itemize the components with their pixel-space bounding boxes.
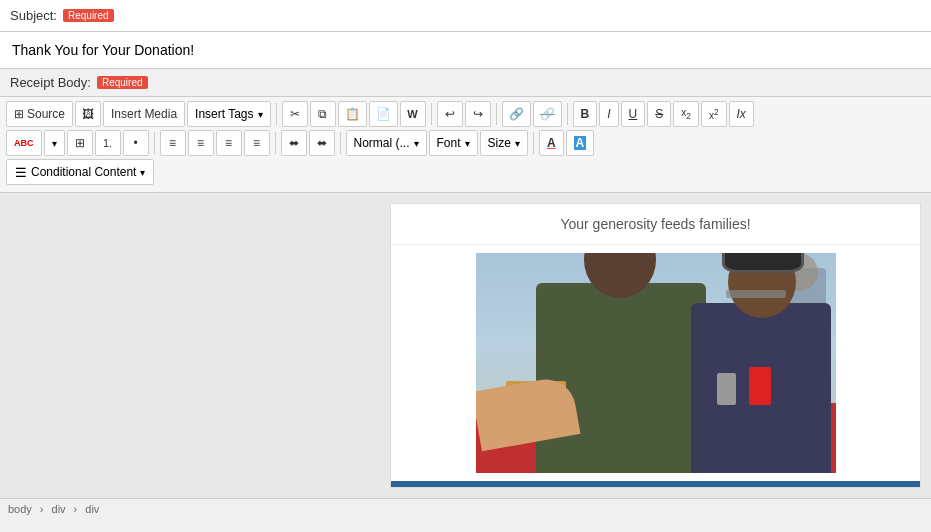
statusbar-separator-1: › bbox=[40, 503, 44, 515]
bg-color-label: A bbox=[574, 136, 587, 150]
left-panel bbox=[0, 193, 380, 498]
person1-body bbox=[536, 283, 706, 473]
toolbar-separator-5 bbox=[154, 132, 155, 154]
ul-icon: • bbox=[133, 136, 137, 150]
receipt-required-badge: Required bbox=[97, 76, 148, 89]
image-icon: 🖼 bbox=[82, 107, 94, 121]
link-button[interactable]: 🔗 bbox=[502, 101, 531, 127]
paste-word-icon: W bbox=[407, 108, 417, 120]
toolbar-separator-3 bbox=[496, 103, 497, 125]
toolbar-separator-2 bbox=[431, 103, 432, 125]
underline-button[interactable]: U bbox=[621, 101, 646, 127]
ordered-list-button[interactable]: 1. bbox=[95, 130, 121, 156]
cut-button[interactable]: ✂ bbox=[282, 101, 308, 127]
toolbar-separator-6 bbox=[275, 132, 276, 154]
toolbar-row-1: Source 🖼 Insert Media Insert Tags ✂ ⧉ 📋 … bbox=[6, 101, 925, 127]
bold-button[interactable]: B bbox=[573, 101, 598, 127]
bg-color-icon: A bbox=[574, 136, 587, 150]
editor-canvas[interactable]: Your generosity feeds families! bbox=[390, 203, 921, 488]
subject-label-row: Subject: Required bbox=[0, 0, 931, 32]
insert-tags-button[interactable]: Insert Tags bbox=[187, 101, 270, 127]
remove-format-button[interactable]: Ix bbox=[729, 101, 754, 127]
ltr-button[interactable]: ⬌ bbox=[281, 130, 307, 156]
superscript-label: x2 bbox=[709, 107, 719, 121]
cut-icon: ✂ bbox=[290, 107, 300, 121]
toolbar-area: Source 🖼 Insert Media Insert Tags ✂ ⧉ 📋 … bbox=[0, 97, 931, 193]
subject-input-row bbox=[0, 32, 931, 69]
strikethrough-button[interactable]: S bbox=[647, 101, 671, 127]
canvas-image bbox=[476, 253, 836, 473]
format-block-dropdown[interactable]: Normal (... bbox=[346, 130, 427, 156]
statusbar-path-body: body bbox=[8, 503, 32, 515]
subject-input[interactable] bbox=[10, 38, 921, 62]
paste-plain-button[interactable]: 📄 bbox=[369, 101, 398, 127]
align-left-icon: ≡ bbox=[169, 136, 176, 150]
align-center-button[interactable]: ≡ bbox=[188, 130, 214, 156]
italic-button[interactable]: I bbox=[599, 101, 618, 127]
toolbar-row-2: ABC ⊞ 1. • ≡ ≡ ≡ ≡ ⬌ ⬌ bbox=[6, 130, 925, 156]
align-center-icon: ≡ bbox=[197, 136, 204, 150]
font-color-button[interactable]: A bbox=[539, 130, 564, 156]
copy-icon: ⧉ bbox=[318, 107, 327, 121]
undo-button[interactable]: ↩ bbox=[437, 101, 463, 127]
align-right-button[interactable]: ≡ bbox=[216, 130, 242, 156]
align-right-icon: ≡ bbox=[225, 136, 232, 150]
canvas-image-area bbox=[391, 245, 920, 481]
source-button[interactable]: Source bbox=[6, 101, 73, 127]
remove-format-label: Ix bbox=[737, 107, 746, 121]
font-label: Font bbox=[437, 136, 461, 150]
toolbar-separator-7 bbox=[340, 132, 341, 154]
subscript-button[interactable]: x2 bbox=[673, 101, 699, 127]
unlink-icon: 🔗 bbox=[540, 107, 555, 121]
size-dropdown[interactable]: Size bbox=[480, 130, 528, 156]
strikethrough-label: S bbox=[655, 107, 663, 121]
insert-media-button[interactable]: Insert Media bbox=[103, 101, 185, 127]
toolbar-separator-1 bbox=[276, 103, 277, 125]
paste-word-button[interactable]: W bbox=[400, 101, 426, 127]
font-dropdown[interactable]: Font bbox=[429, 130, 478, 156]
superscript-button[interactable]: x2 bbox=[701, 101, 727, 127]
redo-button[interactable]: ↪ bbox=[465, 101, 491, 127]
source-icon bbox=[14, 107, 24, 121]
receipt-label-row: Receipt Body: Required bbox=[0, 69, 931, 97]
toolbar-separator-8 bbox=[533, 132, 534, 154]
photo-simulation bbox=[476, 253, 836, 473]
toolbar-row-3: ☰ Conditional Content bbox=[6, 159, 925, 185]
spellcheck-dropdown[interactable] bbox=[44, 130, 65, 156]
size-label: Size bbox=[488, 136, 511, 150]
align-left-button[interactable]: ≡ bbox=[160, 130, 186, 156]
unlink-button[interactable]: 🔗 bbox=[533, 101, 562, 127]
font-color-label: A bbox=[547, 136, 556, 150]
statusbar-separator-2: › bbox=[74, 503, 78, 515]
paste-button[interactable]: 📋 bbox=[338, 101, 367, 127]
underline-label: U bbox=[629, 107, 638, 121]
ol-icon: 1. bbox=[103, 137, 112, 149]
italic-label: I bbox=[607, 107, 610, 121]
link-icon: 🔗 bbox=[509, 107, 524, 121]
align-justify-button[interactable]: ≡ bbox=[244, 130, 270, 156]
cup-gray bbox=[717, 373, 736, 405]
image-button[interactable]: 🖼 bbox=[75, 101, 101, 127]
subject-required-badge: Required bbox=[63, 9, 114, 22]
person2-hat bbox=[722, 253, 804, 273]
receipt-label: Receipt Body: bbox=[10, 75, 91, 90]
subject-label: Subject: bbox=[10, 8, 57, 23]
table-button[interactable]: ⊞ bbox=[67, 130, 93, 156]
unordered-list-button[interactable]: • bbox=[123, 130, 149, 156]
toolbar-separator-4 bbox=[567, 103, 568, 125]
conditional-content-button[interactable]: ☰ Conditional Content bbox=[6, 159, 154, 185]
bold-label: B bbox=[581, 107, 590, 121]
copy-button[interactable]: ⧉ bbox=[310, 101, 336, 127]
spellcheck-button[interactable]: ABC bbox=[6, 130, 42, 156]
redo-icon: ↪ bbox=[473, 107, 483, 121]
rtl-button[interactable]: ⬌ bbox=[309, 130, 335, 156]
paste-plain-icon: 📄 bbox=[376, 107, 391, 121]
align-justify-icon: ≡ bbox=[253, 136, 260, 150]
rtl-icon: ⬌ bbox=[317, 136, 327, 150]
blue-accent-bar bbox=[391, 481, 920, 487]
bg-color-button[interactable]: A bbox=[566, 130, 595, 156]
statusbar: body › div › div bbox=[0, 498, 931, 519]
insert-media-label: Insert Media bbox=[111, 107, 177, 121]
spellcheck-icon: ABC bbox=[14, 138, 34, 148]
conditional-content-label: Conditional Content bbox=[31, 165, 136, 179]
